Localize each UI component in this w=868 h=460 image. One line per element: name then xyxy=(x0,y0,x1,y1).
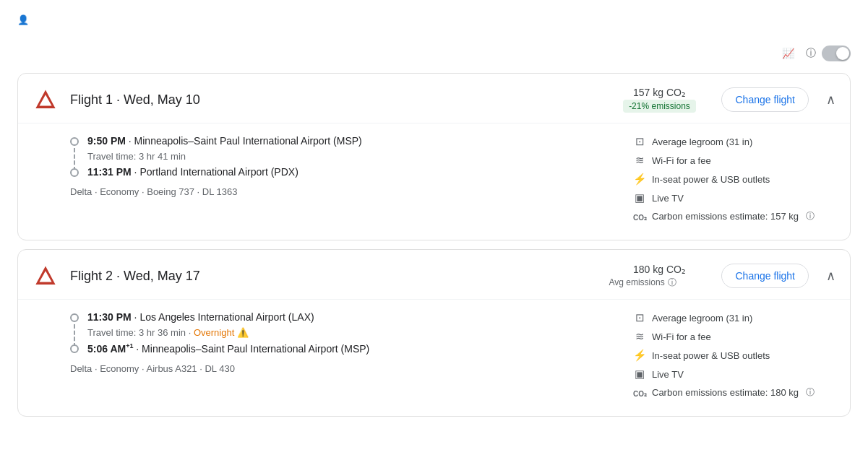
departure-item-2: 11:30 PM · Los Angeles International Air… xyxy=(70,311,604,323)
arrival-dot-1 xyxy=(70,168,79,177)
expand-chevron-1[interactable]: ∧ xyxy=(826,92,835,108)
departure-dot-1 xyxy=(70,137,79,146)
amenity-item: ⊡ Average legroom (31 in) xyxy=(633,311,835,324)
amenity-icon-power: ⚡ xyxy=(633,173,646,186)
amenity-icon-seat: ⊡ xyxy=(633,135,646,148)
amenity-item: ⚡ In-seat power & USB outlets xyxy=(633,349,835,362)
amenity-icon-wifi: ≋ xyxy=(633,330,646,343)
arrival-suffix: +1 xyxy=(126,342,133,350)
departure-time-1: 9:50 PM xyxy=(87,135,126,147)
amenity-icon-tv: ▣ xyxy=(633,368,646,381)
amenity-item: ⚡ In-seat power & USB outlets xyxy=(633,173,835,186)
overnight-warning-icon: ⚠️ xyxy=(237,327,249,338)
overnight-label: Overnight xyxy=(194,327,234,338)
person-icon: 👤 xyxy=(17,14,29,25)
flight-timeline-1: 9:50 PM · Minneapolis–Saint Paul Interna… xyxy=(70,135,604,228)
amenity-icon-co2: CO₂ xyxy=(633,210,646,222)
amenity-text: Average legroom (31 in) xyxy=(652,136,752,147)
departure-time-2: 11:30 PM xyxy=(87,311,132,323)
co2-amount-2: 180 kg CO₂ xyxy=(609,264,710,275)
amenity-icon-power: ⚡ xyxy=(633,349,646,362)
amenity-text: Wi-Fi for a fee xyxy=(652,155,711,166)
flight-amenities-2: ⊡ Average legroom (31 in) ≋ Wi-Fi for a … xyxy=(633,311,835,404)
flight-card-2: Flight 2 · Wed, May 17 180 kg CO₂ Avg em… xyxy=(17,249,851,417)
amenity-text: Carbon emissions estimate: 180 kg xyxy=(652,387,799,398)
departure-dot-2 xyxy=(70,313,79,322)
arrival-item-1: 11:31 PM · Portland International Airpor… xyxy=(70,166,604,178)
travel-time-2: Travel time: 3 hr 36 min · Overnight ⚠️ xyxy=(87,327,604,338)
amenity-text: Live TV xyxy=(652,193,684,204)
co2-section-1: 157 kg CO₂ -21% emissions xyxy=(609,87,710,113)
amenity-icon-tv: ▣ xyxy=(633,191,646,204)
page-header: 👤 xyxy=(17,14,851,28)
track-prices-info-icon[interactable]: ⓘ xyxy=(806,47,816,60)
amenity-item: CO₂ Carbon emissions estimate: 180 kg ⓘ xyxy=(633,386,835,399)
co2-avg: Avg emissions ⓘ xyxy=(609,277,710,289)
amenity-item: CO₂ Carbon emissions estimate: 157 kg ⓘ xyxy=(633,210,835,222)
flight-card-header-1: Flight 1 · Wed, May 10 157 kg CO₂ -21% e… xyxy=(18,74,850,123)
amenity-text: In-seat power & USB outlets xyxy=(652,174,770,185)
amenity-icon-seat: ⊡ xyxy=(633,311,646,324)
amenity-text: Live TV xyxy=(652,369,684,380)
departure-airport-1: Minneapolis–Saint Paul International Air… xyxy=(134,135,362,147)
arrival-time-2: 5:06 AM+1 xyxy=(87,343,133,355)
amenity-text: In-seat power & USB outlets xyxy=(652,350,770,361)
amenity-text: Carbon emissions estimate: 157 kg xyxy=(652,211,799,222)
co2-badge: -21% emissions xyxy=(623,100,696,113)
amenity-item: ▣ Live TV xyxy=(633,191,835,204)
co2-avg-label: Avg emissions xyxy=(609,277,664,287)
arrival-airport-1: Portland International Airport (PDX) xyxy=(139,166,298,178)
co2-section-2: 180 kg CO₂ Avg emissions ⓘ xyxy=(609,264,710,289)
arrival-time-1: 11:31 PM xyxy=(87,166,132,178)
flight-body-2: 11:30 PM · Los Angeles International Air… xyxy=(18,300,850,416)
amenity-icon-wifi: ≋ xyxy=(633,154,646,167)
flight-title-1: Flight 1 · Wed, May 10 xyxy=(70,92,597,108)
change-flight-button-2[interactable]: Change flight xyxy=(721,264,809,288)
departure-text-1: 9:50 PM · Minneapolis–Saint Paul Interna… xyxy=(87,135,362,147)
expand-chevron-2[interactable]: ∧ xyxy=(826,268,835,284)
co2-amount-1: 157 kg CO₂ xyxy=(609,87,710,98)
co2-info-icon[interactable]: ⓘ xyxy=(806,386,815,399)
arrival-text-2: 5:06 AM+1 · Minneapolis–Saint Paul Inter… xyxy=(87,342,369,355)
co2-info-icon[interactable]: ⓘ xyxy=(806,210,815,222)
flight-card-1: Flight 1 · Wed, May 10 157 kg CO₂ -21% e… xyxy=(17,73,851,240)
departure-airport-2: Los Angeles International Airport (LAX) xyxy=(139,311,314,323)
travel-time-1: Travel time: 3 hr 41 min xyxy=(87,151,604,162)
departure-text-2: 11:30 PM · Los Angeles International Air… xyxy=(87,311,314,323)
flight-amenities-1: ⊡ Average legroom (31 in) ≋ Wi-Fi for a … xyxy=(633,135,835,228)
flight-title-2: Flight 2 · Wed, May 17 xyxy=(70,269,597,284)
flight-card-header-2: Flight 2 · Wed, May 17 180 kg CO₂ Avg em… xyxy=(18,250,850,300)
arrival-text-1: 11:31 PM · Portland International Airpor… xyxy=(87,166,298,178)
departure-item-1: 9:50 PM · Minneapolis–Saint Paul Interna… xyxy=(70,135,604,147)
amenity-item: ≋ Wi-Fi for a fee xyxy=(633,154,835,167)
toggle-knob xyxy=(836,47,849,60)
flight-meta-1: Delta · Economy · Boeing 737 · DL 1363 xyxy=(70,186,604,197)
track-prices-icon: 📈 xyxy=(782,48,794,59)
amenity-text: Wi-Fi for a fee xyxy=(652,331,711,342)
amenity-item: ≋ Wi-Fi for a fee xyxy=(633,330,835,343)
arrival-dot-2 xyxy=(70,344,79,353)
header-left: 👤 xyxy=(17,14,33,28)
arrival-airport-2: Minneapolis–Saint Paul International Air… xyxy=(142,343,369,355)
track-prices-area: 📈 ⓘ xyxy=(782,45,851,61)
amenity-icon-co2: CO₂ xyxy=(633,386,646,399)
flight-body-1: 9:50 PM · Minneapolis–Saint Paul Interna… xyxy=(18,123,850,240)
arrival-item-2: 5:06 AM+1 · Minneapolis–Saint Paul Inter… xyxy=(70,342,604,355)
change-flight-button-1[interactable]: Change flight xyxy=(721,87,809,112)
delta-logo-2 xyxy=(33,263,59,289)
flights-container: Flight 1 · Wed, May 10 157 kg CO₂ -21% e… xyxy=(17,73,851,417)
section-header: 📈 ⓘ xyxy=(17,45,851,61)
passenger-info: 👤 xyxy=(17,14,33,25)
flight-timeline-2: 11:30 PM · Los Angeles International Air… xyxy=(70,311,604,404)
track-prices-toggle[interactable] xyxy=(822,45,851,61)
delta-logo-1 xyxy=(33,87,59,113)
co2-info-icon[interactable]: ⓘ xyxy=(668,277,676,289)
amenity-item: ▣ Live TV xyxy=(633,368,835,381)
flight-meta-2: Delta · Economy · Airbus A321 · DL 430 xyxy=(70,363,604,374)
amenity-item: ⊡ Average legroom (31 in) xyxy=(633,135,835,148)
amenity-text: Average legroom (31 in) xyxy=(652,313,752,324)
